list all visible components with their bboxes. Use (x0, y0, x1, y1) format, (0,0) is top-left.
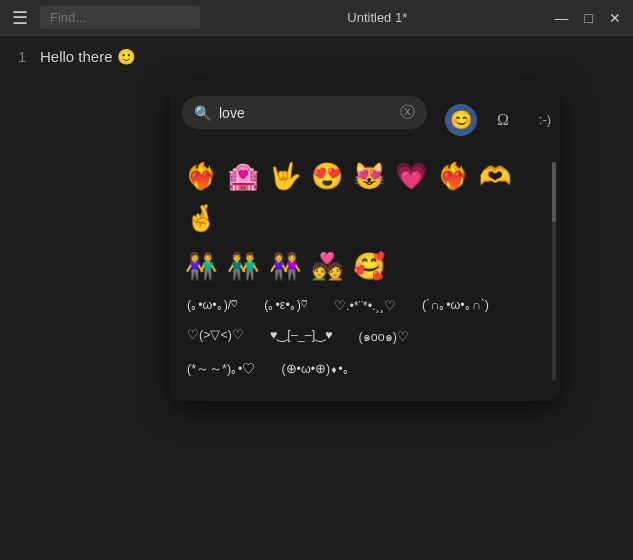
menu-icon[interactable]: ☰ (12, 7, 28, 29)
scrollbar[interactable] (552, 162, 556, 381)
kaomoji-row-2: ♡(>▽<)♡ ♥‿[–_–]‿♥ (๑oo๑)♡ (182, 324, 548, 350)
tab-symbols[interactable]: Ω (487, 104, 519, 136)
tab-kaomoji[interactable]: :-) (529, 104, 561, 136)
close-button[interactable]: ✕ (609, 10, 621, 26)
emoji-grid-row-1: ❤️‍🔥 🏩 🤟 😍 😻 💗 ❤️‍🔥 🫶 🤞 (182, 157, 548, 237)
kaomoji-6[interactable]: ♥‿[–_–]‿♥ (265, 324, 338, 350)
kaomoji-9[interactable]: (⊕•ω•⊕)⬧•｡ (276, 358, 354, 381)
emoji-grid-row-2: 👫 👬 👭 💑 🥰 (182, 247, 548, 285)
emoji-couple-mm[interactable]: 👬 (224, 247, 262, 285)
scroll-thumb[interactable] (552, 162, 556, 222)
window-controls: — □ ✕ (555, 10, 621, 26)
emoji-picker: 🔍 ⓧ 😊 Ω :-) ❤️‍🔥 🏩 🤟 😍 😻 💗 ❤️‍🔥 🫶 🤞 👫 👬 … (170, 82, 560, 401)
emoji-smiling-cat-heart[interactable]: 😻 (350, 157, 388, 195)
kaomoji-7[interactable]: (๑oo๑)♡ (354, 324, 414, 350)
emoji-search-input[interactable] (219, 105, 394, 121)
line-number-1: 1 (0, 49, 40, 65)
kaomoji-1[interactable]: (｡•ω•｡)/♡ (182, 295, 243, 316)
emoji-heart-eyes[interactable]: 😍 (308, 157, 346, 195)
window-title: Untitled 1* (200, 10, 555, 25)
find-input[interactable] (40, 6, 200, 29)
emoji-smiling-hearts[interactable]: 🥰 (350, 247, 388, 285)
minimize-button[interactable]: — (555, 10, 569, 26)
kaomoji-section: (｡•ω•｡)/♡ (｡•ε•｡)♡ ♡.•*¨*•.¸¸♡ (´∩｡•ω•｡∩… (182, 295, 548, 381)
line-content-1: Hello there 🙂 (40, 48, 136, 66)
editor-area[interactable]: 1 Hello there 🙂 (0, 36, 633, 78)
emoji-love-you-gesture[interactable]: 🤟 (266, 157, 304, 195)
emoji-heart-fire[interactable]: ❤️‍🔥 (182, 157, 220, 195)
emoji-couple-with-heart[interactable]: 💑 (308, 247, 346, 285)
emoji-couple-mw[interactable]: 👫 (182, 247, 220, 285)
search-icon: 🔍 (194, 105, 211, 121)
editor-line-1: 1 Hello there 🙂 (0, 46, 633, 68)
emoji-love-hotel[interactable]: 🏩 (224, 157, 262, 195)
kaomoji-4[interactable]: (´∩｡•ω•｡∩`) (417, 295, 494, 316)
emoji-tab-bar: 😊 Ω :-) (445, 104, 561, 136)
titlebar: ☰ Untitled 1* — □ ✕ (0, 0, 633, 36)
search-clear-button[interactable]: ⓧ (400, 103, 415, 122)
kaomoji-row-1: (｡•ω•｡)/♡ (｡•ε•｡)♡ ♡.•*¨*•.¸¸♡ (´∩｡•ω•｡∩… (182, 295, 548, 316)
kaomoji-5[interactable]: ♡(>▽<)♡ (182, 324, 249, 350)
maximize-button[interactable]: □ (585, 10, 593, 26)
tab-emoji[interactable]: 😊 (445, 104, 477, 136)
kaomoji-2[interactable]: (｡•ε•｡)♡ (259, 295, 313, 316)
emoji-heart-hands[interactable]: 🫶 (476, 157, 514, 195)
emoji-couple-ff[interactable]: 👭 (266, 247, 304, 285)
emoji-crossed-fingers[interactable]: 🤞 (182, 199, 220, 237)
kaomoji-8[interactable]: (*～～*)｡•♡ (182, 358, 260, 381)
emoji-pink-heart[interactable]: 💗 (392, 157, 430, 195)
emoji-heart-on-fire[interactable]: ❤️‍🔥 (434, 157, 472, 195)
kaomoji-3[interactable]: ♡.•*¨*•.¸¸♡ (329, 295, 401, 316)
kaomoji-row-3: (*～～*)｡•♡ (⊕•ω•⊕)⬧•｡ (182, 358, 548, 381)
